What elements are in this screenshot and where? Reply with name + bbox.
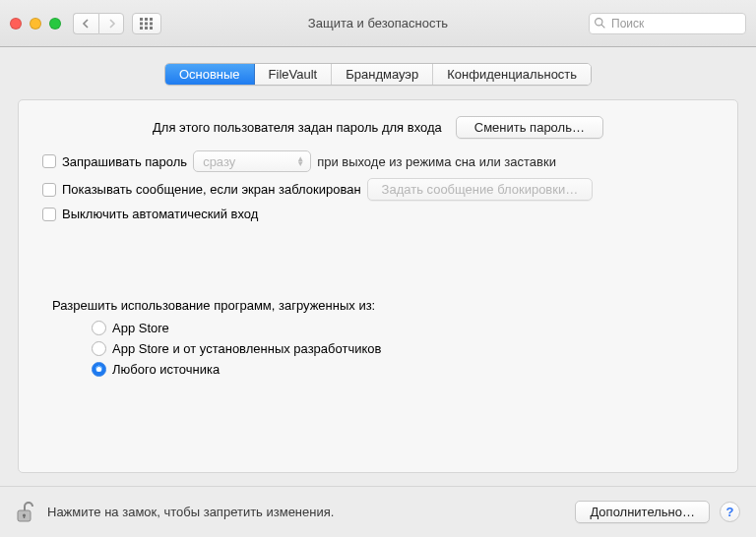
svg-rect-7 bbox=[145, 27, 148, 30]
svg-rect-3 bbox=[140, 22, 143, 25]
svg-rect-2 bbox=[150, 18, 153, 21]
show-message-label: Показывать сообщение, если экран заблоки… bbox=[62, 182, 361, 197]
search-input[interactable] bbox=[589, 13, 746, 34]
nav-buttons bbox=[73, 13, 124, 34]
svg-rect-0 bbox=[140, 18, 143, 21]
svg-rect-8 bbox=[150, 27, 153, 30]
password-set-label: Для этого пользователя задан пароль для … bbox=[153, 120, 442, 135]
require-password-delay-select[interactable]: сразу ▲▼ bbox=[193, 150, 311, 172]
allow-apps-option-identified[interactable]: App Store и от установленных разработчик… bbox=[92, 341, 720, 356]
help-button[interactable]: ? bbox=[720, 502, 740, 522]
svg-rect-13 bbox=[24, 515, 25, 518]
svg-rect-4 bbox=[145, 22, 148, 25]
require-password-tail: при выходе из режима сна или заставки bbox=[317, 154, 556, 169]
radio-icon bbox=[92, 321, 106, 335]
tab-privacy[interactable]: Конфиденциальность bbox=[433, 64, 591, 85]
allow-apps-radio-group: App Store App Store и от установленных р… bbox=[92, 321, 720, 377]
allow-apps-option-anywhere[interactable]: Любого источника bbox=[92, 362, 720, 377]
require-password-checkbox[interactable] bbox=[42, 154, 56, 168]
password-set-row: Для этого пользователя задан пароль для … bbox=[36, 116, 720, 139]
tab-general[interactable]: Основные bbox=[165, 64, 255, 85]
search-wrap bbox=[589, 13, 746, 34]
allow-apps-option-appstore[interactable]: App Store bbox=[92, 321, 720, 335]
footer: Нажмите на замок, чтобы запретить измене… bbox=[0, 486, 756, 537]
stepper-arrows-icon: ▲▼ bbox=[296, 156, 304, 166]
general-pane: Для этого пользователя задан пароль для … bbox=[18, 99, 738, 473]
show-message-row: Показывать сообщение, если экран заблоки… bbox=[36, 178, 720, 201]
close-window-icon[interactable] bbox=[10, 18, 22, 30]
tab-firewall[interactable]: Брандмауэр bbox=[332, 64, 433, 85]
allow-apps-option-label: App Store и от установленных разработчик… bbox=[112, 341, 381, 356]
titlebar: Защита и безопасность bbox=[0, 0, 756, 47]
svg-rect-6 bbox=[140, 27, 143, 30]
zoom-window-icon[interactable] bbox=[49, 18, 61, 30]
svg-rect-1 bbox=[145, 18, 148, 21]
tabs: Основные FileVault Брандмауэр Конфиденци… bbox=[164, 63, 592, 86]
svg-point-9 bbox=[596, 18, 602, 25]
chevron-left-icon bbox=[82, 19, 91, 29]
lock-hint-text: Нажмите на замок, чтобы запретить измене… bbox=[47, 505, 334, 519]
require-password-row: Запрашивать пароль сразу ▲▼ при выходе и… bbox=[36, 150, 720, 172]
grid-icon bbox=[140, 18, 154, 30]
svg-rect-5 bbox=[150, 22, 153, 25]
change-password-button[interactable]: Сменить пароль… bbox=[456, 116, 603, 139]
set-lock-message-button: Задать сообщение блокировки… bbox=[367, 178, 594, 201]
allow-apps-section-label: Разрешить использование программ, загруж… bbox=[52, 298, 720, 313]
svg-line-10 bbox=[601, 25, 604, 28]
allow-apps-option-label: App Store bbox=[112, 321, 169, 335]
tabs-row: Основные FileVault Брандмауэр Конфиденци… bbox=[0, 47, 756, 99]
require-password-label: Запрашивать пароль bbox=[62, 154, 187, 169]
back-button[interactable] bbox=[73, 13, 98, 34]
forward-button[interactable] bbox=[98, 13, 124, 34]
show-all-button[interactable] bbox=[132, 13, 161, 34]
disable-autologin-checkbox[interactable] bbox=[42, 208, 56, 221]
search-icon bbox=[594, 17, 606, 30]
require-password-delay-value: сразу bbox=[203, 154, 235, 169]
radio-icon bbox=[92, 341, 106, 356]
chevron-right-icon bbox=[107, 19, 116, 29]
lock-open-icon[interactable] bbox=[16, 501, 35, 524]
disable-autologin-row: Выключить автоматический вход bbox=[36, 207, 720, 221]
disable-autologin-label: Выключить автоматический вход bbox=[62, 207, 258, 221]
minimize-window-icon[interactable] bbox=[30, 18, 41, 30]
radio-icon bbox=[92, 362, 106, 377]
tab-filevault[interactable]: FileVault bbox=[255, 64, 333, 85]
advanced-button[interactable]: Дополнительно… bbox=[575, 501, 710, 523]
allow-apps-option-label: Любого источника bbox=[112, 362, 220, 377]
window-controls bbox=[10, 18, 61, 30]
show-message-checkbox[interactable] bbox=[42, 183, 56, 197]
